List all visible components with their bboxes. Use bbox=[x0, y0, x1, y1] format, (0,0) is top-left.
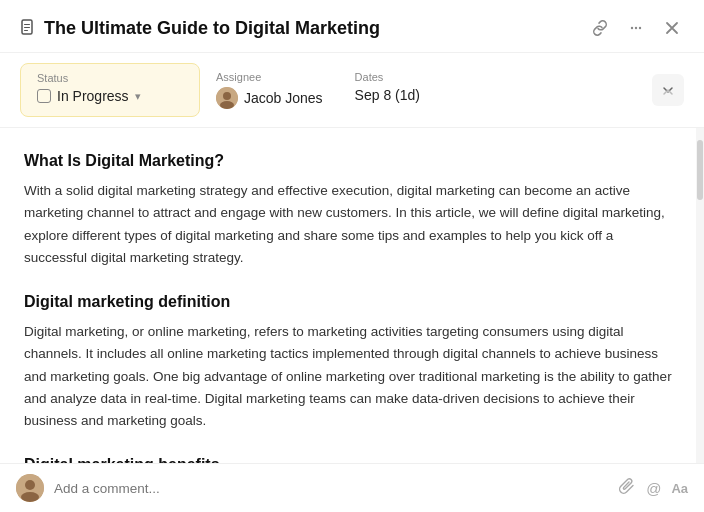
svg-point-5 bbox=[635, 27, 637, 29]
assignee-name: Jacob Jones bbox=[244, 90, 323, 106]
modal-container: The Ultimate Guide to Digital Marketing bbox=[0, 0, 704, 512]
content-body: What Is Digital Marketing? With a solid … bbox=[0, 128, 696, 463]
comment-bar: @ Aa bbox=[0, 463, 704, 512]
header-left: The Ultimate Guide to Digital Marketing bbox=[20, 18, 380, 39]
section1-heading: What Is Digital Marketing? bbox=[24, 152, 672, 170]
attachment-icon[interactable] bbox=[618, 477, 636, 499]
chevron-down-icon: ▾ bbox=[135, 90, 141, 103]
svg-rect-1 bbox=[24, 24, 30, 25]
svg-point-8 bbox=[223, 92, 231, 100]
document-icon bbox=[20, 19, 36, 38]
section3-heading: Digital marketing benefits bbox=[24, 456, 672, 463]
status-checkbox bbox=[37, 89, 51, 103]
link-icon[interactable] bbox=[588, 16, 612, 40]
format-icon[interactable]: Aa bbox=[671, 481, 688, 496]
dates-label: Dates bbox=[355, 71, 443, 83]
assignee-label: Assignee bbox=[216, 71, 323, 83]
svg-point-12 bbox=[21, 492, 39, 502]
page-title: The Ultimate Guide to Digital Marketing bbox=[44, 18, 380, 39]
content-wrapper: What Is Digital Marketing? With a solid … bbox=[0, 128, 704, 463]
collapse-button[interactable] bbox=[652, 74, 684, 106]
section1-text: With a solid digital marketing strategy … bbox=[24, 180, 672, 269]
mention-icon[interactable]: @ bbox=[646, 480, 661, 497]
svg-rect-2 bbox=[24, 27, 30, 28]
svg-point-11 bbox=[25, 480, 35, 490]
status-text: In Progress bbox=[57, 88, 129, 104]
dates-field[interactable]: Dates Sep 8 (1d) bbox=[339, 63, 459, 117]
assignee-value: Jacob Jones bbox=[216, 87, 323, 109]
header-icons bbox=[588, 16, 684, 40]
section2-heading: Digital marketing definition bbox=[24, 293, 672, 311]
svg-point-9 bbox=[220, 101, 234, 109]
comment-avatar bbox=[16, 474, 44, 502]
status-value[interactable]: In Progress ▾ bbox=[37, 88, 183, 104]
meta-bar: Status In Progress ▾ Assignee Jacob Jone… bbox=[0, 53, 704, 128]
scrollbar-track[interactable] bbox=[696, 128, 704, 463]
status-field[interactable]: Status In Progress ▾ bbox=[20, 63, 200, 117]
more-options-icon[interactable] bbox=[624, 16, 648, 40]
svg-rect-3 bbox=[24, 30, 28, 31]
comment-input[interactable] bbox=[54, 481, 608, 496]
comment-actions: @ Aa bbox=[618, 477, 688, 499]
close-icon[interactable] bbox=[660, 16, 684, 40]
dates-value: Sep 8 (1d) bbox=[355, 87, 443, 103]
assignee-field[interactable]: Assignee Jacob Jones bbox=[200, 63, 339, 117]
avatar bbox=[216, 87, 238, 109]
status-label: Status bbox=[37, 72, 183, 84]
section2-text: Digital marketing, or online marketing, … bbox=[24, 321, 672, 432]
svg-point-6 bbox=[639, 27, 641, 29]
svg-point-4 bbox=[631, 27, 633, 29]
modal-header: The Ultimate Guide to Digital Marketing bbox=[0, 0, 704, 53]
dates-text: Sep 8 (1d) bbox=[355, 87, 420, 103]
scrollbar-thumb[interactable] bbox=[697, 140, 703, 200]
